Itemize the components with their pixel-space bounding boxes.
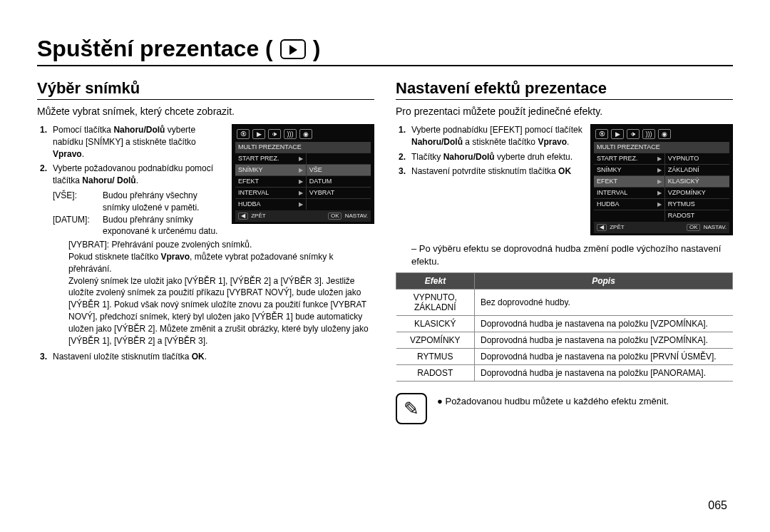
left-steps: 1.Pomocí tlačítka Nahoru/Dolů vyberte na… <box>37 124 225 237</box>
cam-menu-right: VYPNUTO <box>664 153 729 164</box>
right-column: Nastavení efektů prezentace Pro prezenta… <box>396 79 733 424</box>
left-step-3: 3.Nastavení uložíte stisknutím tlačítka … <box>53 351 374 363</box>
cam-menu-left: INTERVAL▶ <box>235 187 306 198</box>
cam-menu-right: RYTMUS <box>664 198 729 210</box>
table-header-effect: Efekt <box>396 273 475 290</box>
effect-desc: Doprovodná hudba je nastavena na položku… <box>475 365 733 382</box>
cam-icon: ▶ <box>611 129 624 139</box>
cam-icon: ))) <box>642 129 655 139</box>
cam-back: ◀ ZPĚT <box>597 224 625 231</box>
effect-name: RADOST <box>396 365 475 382</box>
left-step-1: 1.Pomocí tlačítka Nahoru/Dolů vyberte na… <box>53 124 225 160</box>
title-divider <box>37 65 733 66</box>
cam-menu-left: HUDBA▶ <box>594 198 664 210</box>
cam-ok: OK NASTAV. <box>328 213 368 220</box>
left-vybrat-block: [VYBRAT]: Přehrávání pouze zvolených sní… <box>37 239 374 347</box>
left-heading: Výběr snímků <box>37 79 374 98</box>
effect-name: KLASICKÝ <box>396 316 475 332</box>
cam-iconbar: ⦿ ▶ 🕩 ))) ◉ <box>235 128 371 142</box>
cam-menu-left: EFEKT▶ <box>594 175 664 187</box>
note-text: Požadovanou hudbu můžete u každého efekt… <box>437 393 669 406</box>
cam-icon: ))) <box>284 129 297 139</box>
cam-back: ◀◀ ZPĚT ZPĚT <box>238 213 266 220</box>
cam-icon: 🕩 <box>627 129 640 139</box>
table-row: RADOSTDoprovodná hudba je nastavena na p… <box>396 365 733 382</box>
table-row: RYTMUSDoprovodná hudba je nastavena na p… <box>396 349 733 365</box>
right-step-2: 2.Tlačítky Nahoru/Dolů vyberte druh efek… <box>411 151 583 163</box>
cam-icon: ◉ <box>658 129 671 139</box>
effect-desc: Doprovodná hudba je nastavena na položku… <box>475 316 733 332</box>
cam-iconbar: ⦿ ▶ 🕩 ))) ◉ <box>594 128 729 142</box>
effect-desc: Doprovodná hudba je nastavena na položku… <box>475 349 733 365</box>
table-row: KLASICKÝDoprovodná hudba je nastavena na… <box>396 316 733 332</box>
title-text: Spuštění prezentace ( <box>37 36 273 62</box>
cam-menu-left <box>594 210 664 221</box>
right-step-3: 3.Nastavení potvrdíte stisknutím tlačítk… <box>411 165 583 178</box>
cam-ok: OK NASTAV. <box>687 224 727 231</box>
cam-menu-right: RADOST <box>664 210 729 221</box>
cam-menu-right: VZPOMÍNKY <box>664 187 729 198</box>
effects-table: Efekt Popis VYPNUTO, ZÁKLADNÍBez doprovo… <box>396 272 733 382</box>
table-row: VZPOMÍNKYDoprovodná hudba je nastavena n… <box>396 332 733 349</box>
effect-name: VZPOMÍNKY <box>396 332 475 349</box>
cam-menu-left: HUDBA▶ <box>235 198 306 210</box>
right-heading: Nastavení efektů prezentace <box>396 79 733 98</box>
effect-desc: Bez doprovodné hudby. <box>475 290 733 316</box>
effect-name: RYTMUS <box>396 349 475 365</box>
cam-menu-left: INTERVAL▶ <box>594 187 664 198</box>
cam-menu-left: SNÍMKY▶ <box>594 164 664 175</box>
right-after: – Po výběru efektu se doprovodná hudba z… <box>396 242 733 268</box>
title-text-close: ) <box>313 36 321 62</box>
pencil-icon: ✎ <box>396 393 427 424</box>
effect-desc: Doprovodná hudba je nastavena na položku… <box>475 332 733 349</box>
right-cam-screenshot: ⦿ ▶ 🕩 ))) ◉ MULTI PREZENTACE START PREZ.… <box>590 124 733 235</box>
cam-menu-left: START PREZ.▶ <box>594 153 664 164</box>
page-number: 065 <box>708 499 727 512</box>
left-intro: Můžete vybrat snímek, který chcete zobra… <box>37 106 374 117</box>
left-column: Výběr snímků Můžete vybrat snímek, který… <box>37 79 374 424</box>
play-icon <box>280 39 306 59</box>
cam-icon: ⦿ <box>237 129 250 139</box>
page-title: Spuštění prezentace ( ) <box>37 36 733 62</box>
cam-icon: 🕩 <box>268 129 281 139</box>
cam-menu-right <box>306 198 371 210</box>
cam-icon: ⦿ <box>595 129 608 139</box>
table-row: VYPNUTO, ZÁKLADNÍBez doprovodné hudby. <box>396 290 733 316</box>
right-steps: 1.Vyberte podnabídku [EFEKT] pomocí tlač… <box>396 124 583 235</box>
note: ✎ Požadovanou hudbu můžete u každého efe… <box>396 393 733 424</box>
effect-name: VYPNUTO, ZÁKLADNÍ <box>396 290 475 316</box>
left-step-2: 2.Vyberte požadovanou podnabídku pomocí … <box>53 163 225 187</box>
right-step-1: 1.Vyberte podnabídku [EFEKT] pomocí tlač… <box>411 124 583 148</box>
left-cam-screenshot: ⦿ ▶ 🕩 ))) ◉ MULTI PREZENTACE START PREZ.… <box>232 124 374 224</box>
cam-menu-right: VŠE <box>306 164 371 175</box>
cam-header: MULTI PREZENTACE <box>235 142 371 153</box>
cam-menu-right: KLASICKÝ <box>664 175 729 187</box>
cam-icon: ◉ <box>299 129 312 139</box>
cam-menu-right: ZÁKLADNÍ <box>664 164 729 175</box>
right-divider <box>396 99 733 100</box>
cam-menu-right: DATUM <box>306 175 371 187</box>
right-intro: Pro prezentaci můžete použít jedinečné e… <box>396 106 733 117</box>
cam-icon: ▶ <box>252 129 265 139</box>
left-defs: [VŠE]:Budou přehrány všechny snímky ulož… <box>37 190 225 237</box>
cam-menu-right: VYBRAT <box>306 187 371 198</box>
cam-menu-left: SNÍMKY▶ <box>235 164 306 175</box>
cam-menu-left: EFEKT▶ <box>235 175 306 187</box>
cam-menu-right <box>306 153 371 164</box>
table-header-desc: Popis <box>475 273 733 290</box>
left-divider <box>37 99 374 100</box>
cam-header: MULTI PREZENTACE <box>594 142 729 153</box>
cam-menu-left: START PREZ.▶ <box>235 153 306 164</box>
